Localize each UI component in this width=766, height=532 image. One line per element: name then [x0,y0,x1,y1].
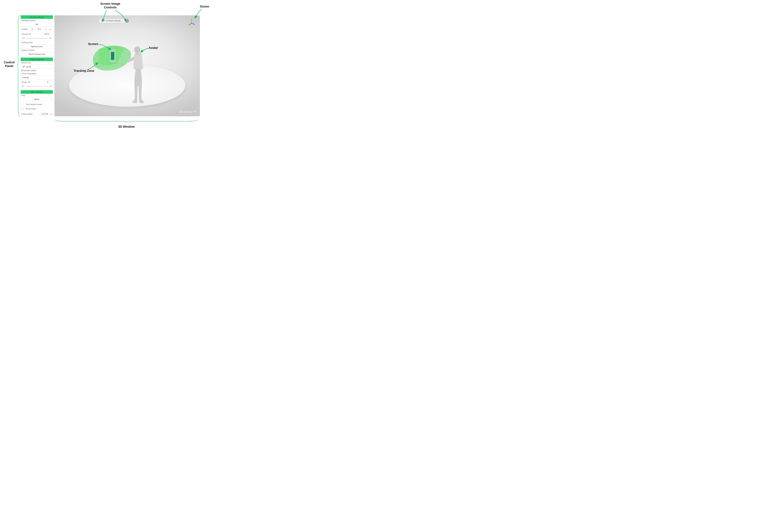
camera-select[interactable]: 3Di ⌄ [21,22,53,27]
svg-marker-6 [194,23,195,25]
screen-tilt-slider[interactable] [26,86,48,87]
chevron-down-icon: ⌄ [50,53,51,55]
display-settings-header: Display settings [21,58,53,61]
position-y-input[interactable] [36,27,42,31]
rotate-screen-icon[interactable] [125,19,129,23]
chevron-down-icon: ⌄ [50,46,51,47]
orientation-select[interactable]: Portrait ⌄ [21,75,53,80]
track-behind-label: Track behind screen [26,103,42,105]
dimensions-label: Dimensions (W/H): [21,69,53,72]
slider-thumb[interactable] [36,85,38,87]
chevron-down-icon: ⌄ [50,66,51,68]
screen-tilt-slider-min: -90° [21,85,24,87]
ultraleap-logo: ultraleap [179,110,196,114]
camera-tilt-slider[interactable] [26,38,47,39]
brace-control-panel [17,15,21,116]
tilt-slider-min: -180° [21,37,25,39]
camera-tilt-label: Camera Tilt: [21,33,41,36]
tracking-field-select[interactable]: Optimal Zone ⌄ [21,44,53,49]
logo-icon [193,110,196,113]
svg-marker-8 [189,24,190,25]
screen-tilt-input[interactable] [45,80,51,84]
set-screen-image-label: SET SCREEN IMAGE... [101,20,122,22]
control-panel: Tracking settings Ultraleap Camera: 3Di … [21,15,53,116]
annotation-gizmo: Gizmo [198,5,211,8]
camera-select-value: 3Di [35,23,38,26]
units-value: Metric [34,98,39,100]
units-select[interactable]: Metric ⌄ [21,97,53,102]
svg-rect-0 [111,52,114,60]
avatar-height-label: Avatar Height: [21,113,39,115]
tracking-zone-graphic [90,45,134,72]
annotation-screen-image-controls: Screen Image Controls [96,2,124,9]
position-x-input[interactable] [30,27,35,31]
units-label: Units: [21,94,53,97]
svg-point-1 [134,46,140,53]
camera-position-value: Above Facing User [28,53,45,55]
camera-tilt-input[interactable] [41,32,51,36]
orientation-gizmo[interactable] [188,19,195,26]
3d-viewport[interactable]: SET SCREEN IMAGE... ultraleap [54,15,200,116]
orientation-value: Portrait [22,76,29,79]
position-unit: cm [49,28,51,30]
screen-size-value: 32" (16:9) [22,66,31,68]
annotation-avatar: Avatar [149,46,158,50]
camera-label: Ultraleap Camera: [21,19,53,22]
track-behind-checkbox[interactable] [21,103,24,106]
check-icon: ✓ [22,108,23,110]
screen-tilt-unit: ° [52,81,53,83]
chevron-down-icon: ⌄ [50,77,51,78]
annotation-tracking-zone: Tracking Zone [74,69,94,73]
camera-tilt-unit: ° [52,33,53,35]
avatar-height-input[interactable] [40,112,49,116]
avatar-figure [128,46,148,104]
annotation-3d-window: 3D Window [116,125,137,128]
svg-rect-2 [126,20,128,22]
svg-point-9 [191,23,192,24]
tracking-field-value: Optimal Zone [31,45,43,48]
slider-thumb[interactable] [27,37,29,39]
camera-position-select[interactable]: Above Facing User ⌄ [21,52,53,56]
tilt-slider-max: 180° [49,37,52,39]
tracking-field-label: Tracking Field: [21,41,53,44]
screen-size-label: Screen Size: [21,61,53,64]
tracking-settings-header: Tracking settings [21,15,53,19]
app-container: Tracking settings Ultraleap Camera: 3Di … [21,15,200,116]
brace-3d-window [55,119,198,123]
position-z-input[interactable] [43,27,48,31]
screen-tilt-slider-max: 90° [50,85,52,87]
logo-text: ultraleap [179,110,192,114]
orientation-label: Screen Orientation: [21,72,53,75]
show-avatar-checkbox[interactable]: ✓ [21,107,24,110]
position-label: Position: [21,28,29,31]
camera-position-label: Camera Position: [21,49,53,52]
svg-marker-4 [191,19,192,20]
screen-tilt-label: Screen Tilt: [21,81,44,84]
chevron-down-icon: ⌄ [50,24,51,25]
chevron-down-icon: ⌄ [50,98,51,100]
misc-settings-header: Misc settings [21,90,53,94]
annotation-control-panel: Control Panel [2,60,17,68]
show-avatar-label: Show Avatar [26,108,36,110]
screen-size-select[interactable]: 32" (16:9) ⌄ [21,64,53,69]
set-screen-image-button[interactable]: SET SCREEN IMAGE... [99,19,125,23]
avatar-height-unit: cm [50,113,53,115]
annotation-screen: Screen [88,42,98,46]
